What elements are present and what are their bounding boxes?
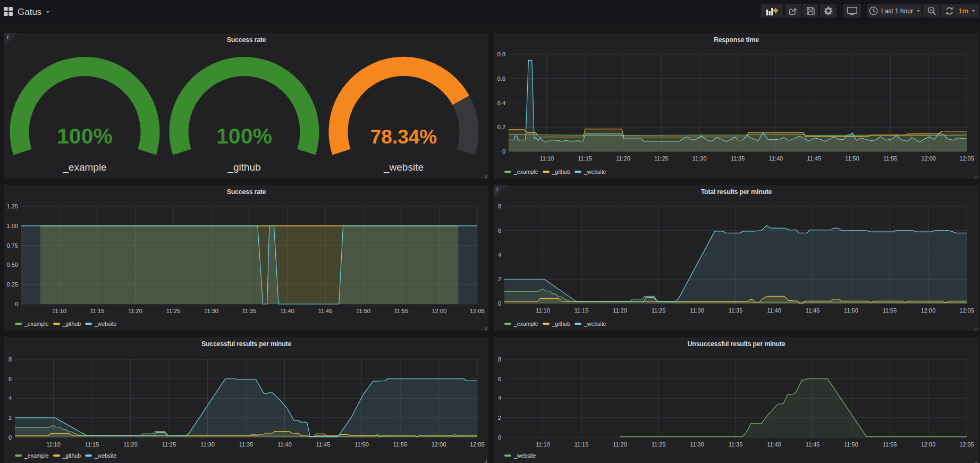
svg-text:11:25: 11:25	[166, 308, 181, 314]
svg-text:11:35: 11:35	[242, 308, 257, 314]
svg-text:11:40: 11:40	[767, 441, 781, 448]
svg-text:4: 4	[9, 395, 12, 401]
svg-text:11:20: 11:20	[123, 441, 138, 448]
svg-text:12:05: 12:05	[470, 441, 485, 448]
svg-text:11:15: 11:15	[575, 307, 589, 314]
svg-text:11:25: 11:25	[162, 441, 176, 448]
svg-text:11:45: 11:45	[806, 441, 820, 448]
svg-text:11:30: 11:30	[690, 441, 704, 448]
svg-text:11:55: 11:55	[883, 307, 897, 314]
svg-text:0.6: 0.6	[497, 75, 505, 82]
svg-text:11:20: 11:20	[616, 155, 630, 162]
svg-text:11:20: 11:20	[128, 308, 142, 314]
svg-text:12:00: 12:00	[921, 155, 936, 162]
svg-text:11:30: 11:30	[692, 155, 707, 162]
svg-text:11:30: 11:30	[204, 308, 218, 314]
svg-text:0.25: 0.25	[7, 281, 18, 288]
svg-text:11:35: 11:35	[729, 307, 743, 314]
svg-text:11:20: 11:20	[613, 307, 627, 314]
svg-text:11:55: 11:55	[883, 155, 898, 162]
svg-text:100%: 100%	[57, 124, 113, 148]
svg-text:11:50: 11:50	[844, 441, 858, 448]
svg-text:0: 0	[502, 148, 505, 155]
svg-text:11:30: 11:30	[690, 307, 704, 314]
svg-text:11:40: 11:40	[768, 155, 783, 162]
svg-text:11:25: 11:25	[654, 155, 669, 162]
svg-text:12:00: 12:00	[432, 441, 446, 448]
svg-text:0.4: 0.4	[497, 100, 505, 106]
svg-text:11:20: 11:20	[613, 441, 627, 448]
svg-text:0: 0	[498, 300, 501, 307]
svg-text:6: 6	[498, 376, 501, 382]
svg-text:11:50: 11:50	[356, 308, 370, 314]
svg-text:11:50: 11:50	[845, 155, 859, 162]
svg-text:12:05: 12:05	[959, 307, 974, 314]
svg-text:100%: 100%	[216, 124, 272, 148]
svg-text:11:50: 11:50	[844, 307, 858, 314]
svg-text:11:15: 11:15	[575, 441, 589, 448]
svg-text:11:25: 11:25	[652, 441, 666, 448]
svg-text:11:10: 11:10	[52, 308, 66, 314]
svg-text:0: 0	[15, 301, 18, 307]
svg-text:11:35: 11:35	[731, 155, 745, 162]
svg-text:78.34%: 78.34%	[370, 126, 437, 148]
svg-text:4: 4	[498, 252, 501, 258]
svg-text:0: 0	[498, 434, 501, 441]
svg-text:11:10: 11:10	[539, 155, 554, 162]
svg-text:11:40: 11:40	[277, 441, 292, 448]
svg-text:2: 2	[9, 415, 12, 421]
svg-text:11:45: 11:45	[316, 441, 331, 448]
svg-text:8: 8	[498, 356, 501, 363]
svg-text:11:35: 11:35	[729, 441, 743, 448]
svg-text:12:05: 12:05	[470, 308, 485, 314]
svg-text:12:05: 12:05	[959, 155, 974, 162]
svg-text:12:00: 12:00	[432, 308, 447, 314]
svg-text:11:45: 11:45	[807, 155, 821, 162]
svg-text:11:55: 11:55	[883, 441, 897, 448]
svg-text:11:45: 11:45	[806, 307, 820, 314]
svg-text:11:15: 11:15	[578, 155, 592, 162]
svg-text:0: 0	[9, 434, 12, 441]
svg-text:1.00: 1.00	[7, 223, 18, 229]
svg-text:1.25: 1.25	[7, 203, 18, 209]
svg-text:6: 6	[498, 228, 501, 234]
svg-text:2: 2	[498, 276, 501, 282]
svg-text:_website: _website	[383, 162, 424, 173]
svg-text:11:50: 11:50	[354, 441, 369, 448]
svg-text:0.8: 0.8	[497, 51, 505, 57]
svg-text:11:30: 11:30	[200, 441, 215, 448]
svg-text:12:05: 12:05	[959, 441, 974, 448]
svg-text:11:55: 11:55	[393, 441, 408, 448]
svg-text:0.75: 0.75	[7, 242, 18, 249]
svg-text:6: 6	[9, 376, 12, 382]
svg-text:11:10: 11:10	[536, 307, 550, 314]
svg-text:11:45: 11:45	[318, 308, 333, 314]
svg-text:0.50: 0.50	[7, 262, 18, 268]
svg-text:4: 4	[498, 395, 501, 401]
svg-text:11:40: 11:40	[280, 308, 294, 314]
svg-text:12:00: 12:00	[921, 441, 936, 448]
svg-text:_github: _github	[227, 162, 260, 173]
svg-text:8: 8	[498, 203, 501, 209]
svg-text:11:15: 11:15	[90, 308, 105, 314]
svg-text:11:15: 11:15	[85, 441, 99, 448]
svg-text:11:25: 11:25	[652, 307, 666, 314]
svg-text:11:35: 11:35	[239, 441, 254, 448]
svg-text:2: 2	[498, 415, 501, 421]
svg-text:_example: _example	[62, 162, 106, 173]
svg-text:11:55: 11:55	[394, 308, 409, 314]
svg-text:8: 8	[9, 356, 12, 363]
svg-text:11:40: 11:40	[767, 307, 781, 314]
svg-text:12:00: 12:00	[921, 307, 936, 314]
svg-text:0.2: 0.2	[497, 124, 505, 130]
svg-text:11:10: 11:10	[46, 441, 61, 448]
svg-text:11:10: 11:10	[536, 441, 550, 448]
